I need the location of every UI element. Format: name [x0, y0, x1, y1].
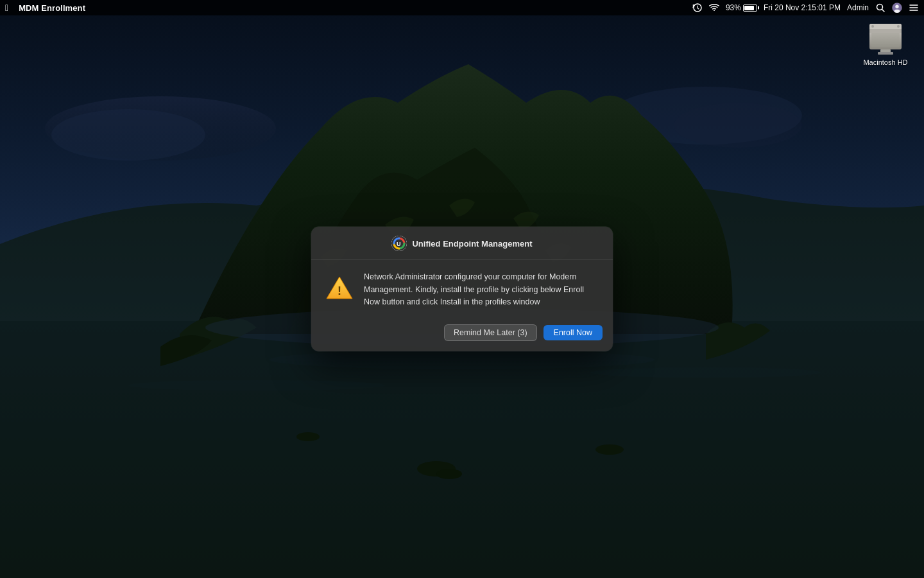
svg-text:U: U: [397, 241, 401, 247]
svg-text:!: !: [338, 285, 341, 297]
dialog-body: ! Network Administrator configured your …: [311, 259, 613, 319]
dialog-titlebar: U Unified Endpoint Management: [311, 227, 613, 259]
dialog-overlay: U Unified Endpoint Management !: [0, 0, 924, 578]
warning-icon: !: [325, 276, 354, 300]
dialog-title: Unified Endpoint Management: [412, 239, 532, 249]
remind-me-later-button[interactable]: Remind Me Later (3): [444, 324, 537, 341]
mdm-enrollment-dialog: U Unified Endpoint Management !: [311, 227, 613, 351]
enroll-now-button[interactable]: Enroll Now: [543, 325, 603, 340]
dialog-message: Network Administrator configured your co…: [364, 271, 600, 308]
dialog-footer: Remind Me Later (3) Enroll Now: [311, 319, 613, 351]
uem-app-icon: U: [391, 236, 407, 251]
warning-icon-wrap: !: [324, 272, 355, 303]
